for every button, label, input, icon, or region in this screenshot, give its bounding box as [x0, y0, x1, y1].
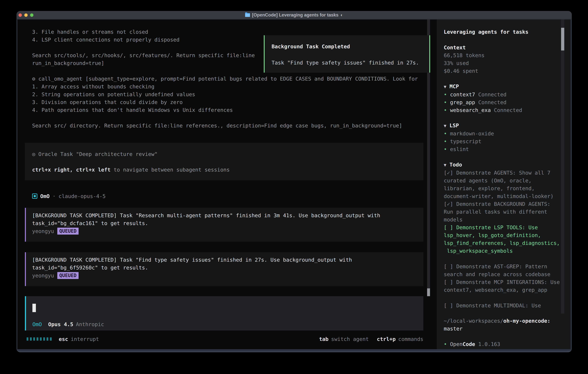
lsp-item: • markdown-oxide: [444, 130, 564, 137]
transcript-line: 3. File handles or streams not closed: [32, 28, 148, 36]
lsp-section: ▼ LSP • markdown-oxide • typescript • es…: [444, 122, 564, 153]
prompt-input[interactable]: OmO Opus 4.5 Anthropic: [25, 296, 423, 331]
mcp-item: • context7 Connected: [444, 91, 564, 98]
oracle-nav-hint: ctrl+x right, ctrl+x left to navigate be…: [32, 166, 423, 173]
text-cursor: [32, 304, 36, 312]
ctrlp-key-label: ctrl+p: [377, 336, 396, 342]
lsp-item: • eslint: [444, 145, 564, 153]
todo-item: [ ] Demonstrate AST-GREP: Pattern search…: [444, 263, 562, 278]
half-circle-icon: ◐: [341, 12, 343, 18]
context-tokens: 66,518 tokens: [444, 52, 564, 59]
active-agent-label: OmO: [32, 321, 42, 327]
window-controls: [19, 11, 33, 19]
tab-key-label: tab: [319, 336, 328, 342]
lsp-heading[interactable]: ▼ LSP: [444, 122, 564, 130]
keyboard-shortcut: ctrl+x right, ctrl+x left: [32, 167, 111, 173]
chevron-down-icon: ▼: [444, 123, 446, 128]
session-sidebar: Leveraging agents for tasks Context 66,5…: [437, 20, 571, 349]
bullet-icon: •: [444, 341, 447, 347]
transcript-line: run_in_background=true]: [32, 59, 104, 67]
bullet-icon: •: [444, 99, 447, 105]
agent-header: OmO · claude-opus-4-5: [32, 192, 106, 200]
todo-heading[interactable]: ▼ Todo: [444, 161, 564, 169]
todo-item: [✓] Demonstrate AGENTS: Show all 7 curat…: [444, 169, 562, 200]
background-task-toast: Background Task Completed Task "Find typ…: [264, 35, 430, 73]
active-model-label: Opus 4.5: [48, 321, 73, 327]
transcript-line: 3. Division operations that could divide…: [32, 98, 183, 106]
toast-title: Background Task Completed: [272, 43, 429, 50]
minimize-button[interactable]: [24, 13, 28, 17]
tool-call-line: ⚙ call_omo_agent [subagent_type=explore,…: [32, 75, 418, 83]
context-spent: $0.46 spent: [444, 67, 564, 75]
lsp-item: • typescript: [444, 137, 564, 145]
context-section: Context 66,518 tokens 33% used $0.46 spe…: [444, 44, 564, 75]
transcript-line: Search src/ directory. Return specific f…: [32, 122, 402, 130]
window-title: [OpenCode] Leveraging agents for tasks ◐: [245, 12, 343, 18]
agent-model: claude-opus-4-5: [59, 193, 106, 199]
mcp-item: • grep_app Connected: [444, 98, 564, 106]
transcript-line: 4. LSP client connections not properly d…: [32, 36, 179, 44]
status-badge: QUEUED: [57, 272, 79, 279]
message-meta: yeongyu QUEUED: [32, 227, 423, 235]
switch-agent-hint: tab switch agent: [319, 336, 369, 342]
session-title: Leveraging agents for tasks: [444, 28, 564, 36]
record-icon: ◎: [32, 151, 35, 157]
todo-item: [ ] Demonstrate MULTIMODAL: Use: [444, 302, 562, 310]
gear-icon: ⚙: [32, 76, 35, 82]
terminal-window: [OpenCode] Leveraging agents for tasks ◐…: [17, 11, 572, 352]
background-task-message: [BACKGROUND TASK COMPLETED] Task "Resear…: [25, 208, 423, 242]
bullet-icon: •: [444, 131, 447, 136]
esc-key-label: esc: [59, 336, 68, 342]
message-line: task_id="bg_6f59260c" to get results.: [32, 264, 423, 272]
bullet-icon: •: [444, 92, 447, 97]
sidebar-scrollbar[interactable]: [561, 20, 564, 313]
oracle-task-box: ◎ Oracle Task "Deep architecture review"…: [25, 143, 423, 180]
message-author: yeongyu: [32, 273, 54, 279]
shortcut-hints: tab switch agent ctrl+p commands: [319, 336, 423, 342]
toast-body: Task "Find type safety issues" finished …: [272, 60, 429, 66]
agent-checkbox-icon: [32, 194, 37, 199]
context-used: 33% used: [444, 59, 564, 67]
message-line: [BACKGROUND TASK COMPLETED] Task "Resear…: [32, 212, 423, 219]
close-button[interactable]: [19, 13, 22, 17]
separator-dot: ·: [52, 193, 56, 199]
message-line: [BACKGROUND TASK COMPLETED] Task "Find t…: [32, 256, 423, 264]
folder-icon: [245, 13, 250, 17]
todo-section: ▼ Todo [✓] Demonstrate AGENTS: Show all …: [444, 161, 564, 310]
transcript-line: 2. String operations on potentially unde…: [32, 91, 195, 98]
version-line: • OpenCode 1.0.163: [444, 340, 564, 348]
bullet-icon: •: [444, 146, 447, 152]
interrupt-hint: esc interrupt: [59, 336, 99, 342]
mcp-heading[interactable]: ▼ MCP: [444, 83, 564, 91]
status-badge: QUEUED: [57, 228, 79, 235]
background-task-message: [BACKGROUND TASK COMPLETED] Task "Find t…: [25, 252, 423, 286]
provider-label: Anthropic: [76, 321, 104, 327]
spinner-dots-icon: [27, 337, 52, 341]
message-meta: yeongyu QUEUED: [32, 272, 423, 280]
todo-item: [ ] Demonstrate LSP TOOLS: Use lsp_hover…: [444, 224, 562, 255]
mcp-section: ▼ MCP • context7 Connected • grep_app Co…: [444, 83, 564, 114]
sidebar-scrollbar-thumb[interactable]: [561, 28, 564, 51]
commands-hint: ctrl+p commands: [377, 336, 423, 342]
message-author: yeongyu: [32, 228, 54, 234]
titlebar: [OpenCode] Leveraging agents for tasks ◐: [17, 11, 572, 19]
model-info-line: OmO Opus 4.5 Anthropic: [32, 320, 104, 328]
screen: [OpenCode] Leveraging agents for tasks ◐…: [0, 0, 588, 374]
bullet-icon: •: [444, 138, 447, 144]
chevron-down-icon: ▼: [444, 162, 446, 167]
mcp-item: • websearch_exa Connected: [444, 106, 564, 114]
bullet-icon: •: [444, 107, 447, 113]
window-body: 3. File handles or streams not closed 4.…: [17, 20, 571, 349]
transcript-line: 4. Path operations that don't handle Win…: [32, 106, 233, 114]
todo-item: [✓] Demonstrate BACKGROUND AGENTS: Run p…: [444, 200, 562, 224]
chat-scrollbar-thumb[interactable]: [427, 288, 430, 296]
message-line: task_id="bg_dcfac161" to get results.: [32, 219, 423, 227]
todo-item: [ ] Demonstrate MCP INTEGRATIONS: Use co…: [444, 278, 562, 294]
status-bar: esc interrupt tab switch agent ctrl+p co…: [25, 335, 423, 343]
workspace-path: ~/local-workspaces/oh-my-opencode: maste…: [444, 317, 562, 333]
transcript-line: Search src/tools/, src/hooks/, src/featu…: [32, 52, 255, 59]
oracle-task-title: ◎ Oracle Task "Deep architecture review": [32, 151, 423, 158]
transcript-line: 1. Array access without bounds checking: [32, 83, 154, 91]
maximize-button[interactable]: [30, 13, 33, 17]
context-heading: Context: [444, 44, 564, 52]
